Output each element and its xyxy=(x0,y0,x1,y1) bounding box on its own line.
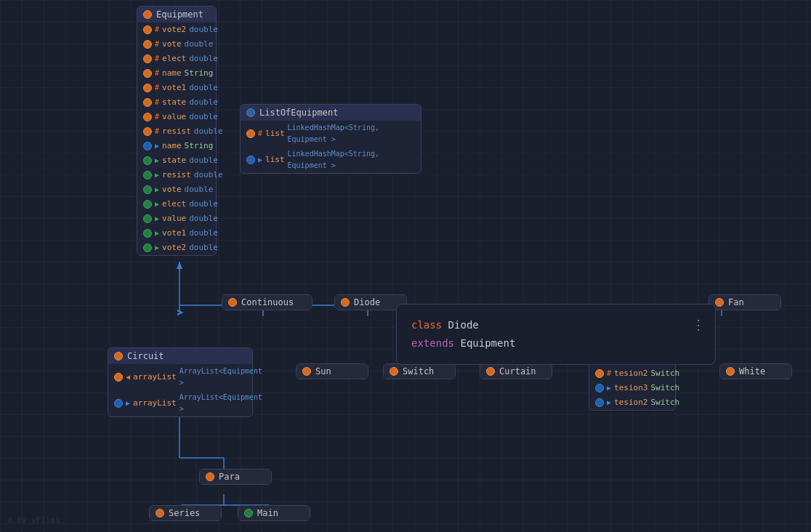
main-header: Main xyxy=(238,506,310,520)
field-value: # value double xyxy=(137,110,216,124)
curtain-header: Curtain xyxy=(480,364,552,379)
circuit-row-1: ◀ arrayList ArrayList<Equipment > xyxy=(108,364,252,390)
main-node: Main xyxy=(238,505,310,521)
series-node: Series xyxy=(149,505,222,521)
list-of-equipment-header: ListOfEquipment xyxy=(241,105,421,121)
circuit-node: Circuit ◀ arrayList ArrayList<Equipment … xyxy=(108,347,253,417)
field-vote2: # vote2 double xyxy=(137,23,216,37)
para-title: Para xyxy=(219,472,240,482)
continuous-node: Continuous xyxy=(222,294,312,310)
list-row-1: # list LinkedHashMap<String, Equipment > xyxy=(241,121,421,147)
sun-title: Sun xyxy=(315,366,331,376)
extends-name: Equipment xyxy=(460,337,515,349)
field-f-vote2: ▶ vote2 double xyxy=(137,241,216,255)
equipment-node: Equipment # vote2 double # vote double #… xyxy=(137,6,217,256)
class-name: Diode xyxy=(448,319,479,331)
field-f-vote: ▶ vote double xyxy=(137,182,216,197)
list-row-2: ▶ list LinkedHashMap<String, Equipment > xyxy=(241,147,421,173)
fan-header: Fan xyxy=(709,295,780,310)
switch-node: Switch xyxy=(383,363,456,379)
field-f-state: ▶ state double xyxy=(137,153,216,168)
equipment-title: Equipment xyxy=(156,9,203,20)
field-vote: # vote double xyxy=(137,37,216,52)
fan-node: Fan xyxy=(709,294,781,310)
continuous-title: Continuous xyxy=(241,297,294,307)
list-of-equipment-title: ListOfEquipment xyxy=(259,108,338,118)
para-node: Para xyxy=(199,469,272,485)
switch-header: Switch xyxy=(384,364,455,379)
circuit-header: Circuit xyxy=(108,348,252,364)
extends-keyword: extends xyxy=(411,337,454,349)
list-of-equipment-node: ListOfEquipment # list LinkedHashMap<Str… xyxy=(240,104,421,174)
curtain-title: Curtain xyxy=(499,366,536,376)
curtain-node: Curtain xyxy=(480,363,552,379)
tooltip-menu-button[interactable]: ⋮ xyxy=(692,313,705,336)
field-f-value: ▶ value double xyxy=(137,211,216,226)
field-f-vote1: ▶ vote1 double xyxy=(137,226,216,241)
field-p-name: ▶ name String xyxy=(137,139,216,153)
equipment-header: Equipment xyxy=(137,7,216,23)
series-header: Series xyxy=(150,506,221,520)
circuit-row-2: ▶ arrayList ArrayList<Equipment > xyxy=(108,390,252,416)
continuous-header: Continuous xyxy=(222,295,312,310)
equipment-icon xyxy=(143,10,152,19)
sun-header: Sun xyxy=(296,364,368,379)
svg-marker-5 xyxy=(177,262,182,269)
diode-title: Diode xyxy=(354,297,380,307)
white-header: White xyxy=(720,364,791,379)
field-f-resist: ▶ resist double xyxy=(137,168,216,182)
sun-node: Sun xyxy=(296,363,368,379)
main-title: Main xyxy=(257,508,278,518)
switch-detail-row-2: # tesion2 Switch xyxy=(589,366,675,381)
field-elect: # elect double xyxy=(137,52,216,66)
field-resist: # resist double xyxy=(137,124,216,139)
field-name: # name String xyxy=(137,66,216,81)
para-header: Para xyxy=(200,469,271,484)
switch-detail-row-3: ▶ tesion3 Switch xyxy=(589,381,675,395)
field-vote1: # vote1 double xyxy=(137,81,216,95)
white-node: White xyxy=(719,363,792,379)
white-title: White xyxy=(739,366,765,376)
tooltip-content: class Diode extends Equipment xyxy=(411,316,701,352)
fan-title: Fan xyxy=(728,297,744,307)
connections-svg xyxy=(0,0,811,532)
field-f-elect: ▶ elect double xyxy=(137,197,216,211)
switch-detail-row-4: ▶ tesion2 Switch xyxy=(589,395,675,410)
switch-title: Switch xyxy=(403,366,434,376)
watermark-text: d by yFiles xyxy=(7,515,60,525)
class-keyword: class xyxy=(411,319,442,331)
field-state: # state double xyxy=(137,95,216,110)
diode-tooltip: class Diode extends Equipment ⋮ xyxy=(396,304,716,365)
circuit-title: Circuit xyxy=(127,351,164,361)
series-title: Series xyxy=(169,508,200,518)
